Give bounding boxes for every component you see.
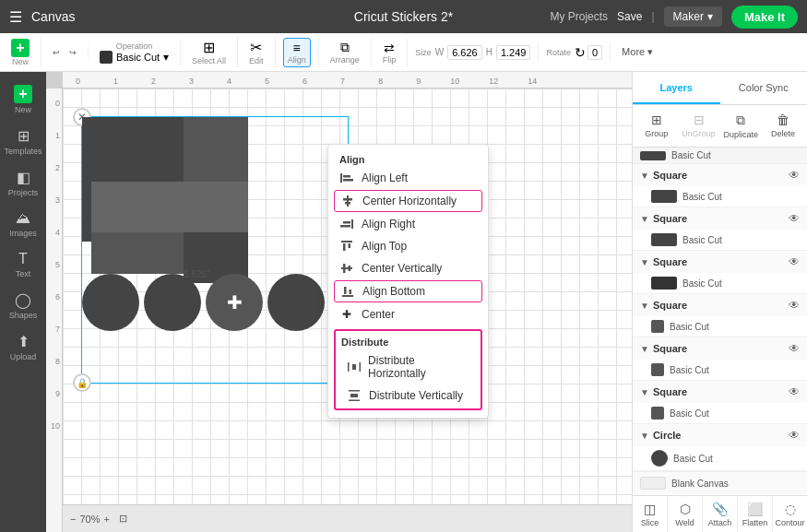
layer-item-3[interactable]: Basic Cut — [633, 273, 807, 293]
eye-icon-2[interactable]: 👁 — [789, 212, 800, 225]
sidebar-item-text[interactable]: T Text — [0, 245, 46, 284]
eye-icon-6[interactable]: 👁 — [789, 385, 800, 398]
flatten-icon: ⬜ — [747, 502, 763, 516]
contour-tab[interactable]: ◌ Contour — [773, 496, 807, 532]
flip-button[interactable]: ⇄ Flip — [379, 39, 400, 66]
sidebar-item-projects[interactable]: ◧ Projects — [0, 163, 46, 203]
shape-circle-1[interactable] — [82, 274, 139, 331]
layer-header-square-5[interactable]: ▼ Square 👁 — [633, 337, 807, 360]
distribute-v-icon — [347, 390, 362, 401]
sidebar-item-shapes[interactable]: ◯ Shapes — [0, 286, 46, 325]
center-h-icon — [340, 195, 355, 207]
contour-icon: ◌ — [785, 502, 796, 516]
save-button[interactable]: Save — [617, 10, 642, 23]
layer-header-square-1[interactable]: ▼ Square 👁 — [633, 164, 807, 186]
edit-button[interactable]: ✂ Edit — [245, 37, 267, 67]
zoom-out-button[interactable]: − — [70, 514, 76, 525]
top-bar: ☰ Canvas Cricut Stickers 2* My Projects … — [0, 0, 807, 33]
layer-name-2: Square — [653, 213, 785, 224]
sidebar-item-upload[interactable]: ⬆ Upload — [0, 327, 46, 367]
layer-item-1[interactable]: Basic Cut — [633, 186, 807, 207]
maker-button[interactable]: Maker ▾ — [664, 6, 722, 27]
shape-rect-3[interactable] — [91, 182, 248, 232]
svg-rect-4 — [343, 198, 352, 201]
width-input[interactable]: 6.626 — [447, 45, 482, 60]
shape-circle-3[interactable]: ✚ — [206, 274, 263, 331]
distribute-h-item[interactable]: Distribute Horizontally — [336, 349, 481, 384]
delete-label: Delete — [771, 129, 795, 138]
menu-icon[interactable]: ☰ — [9, 8, 22, 26]
eye-icon-4[interactable]: 👁 — [789, 299, 800, 312]
lock-icon[interactable]: 🔒 — [73, 373, 91, 392]
align-bottom-icon — [340, 286, 355, 297]
new-button[interactable]: + New — [7, 37, 33, 68]
eye-icon-3[interactable]: 👁 — [789, 255, 800, 268]
fit-button[interactable]: ⊡ — [119, 513, 127, 525]
undo-button[interactable]: ↩ — [49, 46, 64, 59]
arrange-button[interactable]: ⧉ Arrange — [326, 38, 363, 66]
delete-button[interactable]: 🗑 Delete — [763, 109, 803, 143]
rotate-input[interactable]: 0 — [587, 45, 602, 60]
align-bottom-item[interactable]: Align Bottom — [334, 280, 482, 302]
layer-item-circle[interactable]: Basic Cut — [633, 446, 807, 470]
zoom-in-button[interactable]: + — [103, 514, 109, 525]
tab-color-sync[interactable]: Color Sync — [720, 72, 808, 104]
distribute-v-item[interactable]: Distribute Vertically — [336, 384, 481, 407]
center-item[interactable]: ✚ Center — [328, 303, 488, 325]
shape-circle-4[interactable] — [267, 274, 325, 331]
center-horizontally-item[interactable]: Center Horizontally — [334, 190, 482, 212]
center-icon: ✚ — [339, 309, 354, 320]
sidebar-item-new[interactable]: + New — [0, 79, 46, 120]
height-input[interactable]: 1.249 — [496, 45, 531, 60]
center-vertically-item[interactable]: Center Vertically — [328, 257, 488, 279]
layer-header-square-2[interactable]: ▼ Square 👁 — [633, 207, 807, 230]
layer-header-circle[interactable]: ▼ Circle 👁 — [633, 424, 807, 446]
layer-name-circle: Circle — [653, 430, 785, 441]
layer-item-6[interactable]: Basic Cut — [633, 403, 807, 423]
blank-canvas-item[interactable]: Blank Canvas — [633, 471, 807, 494]
eye-icon-circle[interactable]: 👁 — [789, 429, 800, 442]
rotate-label: Rotate — [546, 48, 571, 57]
align-right-item[interactable]: Align Right — [328, 213, 488, 235]
tab-layers[interactable]: Layers — [633, 72, 720, 104]
align-button[interactable]: ≡ Align — [283, 38, 311, 67]
align-right-label: Align Right — [362, 218, 415, 231]
align-section-title: Align — [328, 148, 488, 167]
select-all-button[interactable]: ⊞ Select All — [188, 37, 230, 67]
layer-item-4[interactable]: Basic Cut — [633, 316, 807, 337]
eye-icon-1[interactable]: 👁 — [789, 169, 800, 182]
operation-selector[interactable]: Operation Basic Cut ▾ — [96, 40, 172, 65]
shape-rect-4[interactable] — [91, 232, 184, 274]
operation-group: Operation Basic Cut ▾ — [96, 40, 181, 65]
align-top-item[interactable]: Align Top — [328, 235, 488, 257]
svg-rect-6 — [351, 219, 353, 229]
attach-tab[interactable]: 📎 Attach — [703, 496, 738, 532]
duplicate-button[interactable]: ⧉ Duplicate — [721, 109, 762, 143]
layer-swatch-3 — [651, 277, 677, 290]
group-label: Group — [645, 129, 668, 138]
make-it-button[interactable]: Make It — [731, 6, 798, 29]
ungroup-button[interactable]: ⊟ UnGroup — [679, 109, 719, 143]
sidebar-item-templates[interactable]: ⊞ Templates — [0, 122, 46, 161]
upload-icon: ⬆ — [18, 333, 30, 350]
my-projects-button[interactable]: My Projects — [550, 10, 608, 23]
shape-circle-2[interactable] — [144, 274, 201, 331]
more-button[interactable]: More ▾ — [618, 44, 657, 60]
align-left-item[interactable]: Align Left — [328, 167, 488, 189]
sidebar-item-images[interactable]: ⛰ Images — [0, 205, 46, 243]
layer-header-square-3[interactable]: ▼ Square 👁 — [633, 251, 807, 273]
shape-group[interactable]: ✕ ✚ 6.626" 🔒 ↗ — [81, 116, 349, 384]
layer-swatch-4 — [651, 320, 664, 333]
group-button[interactable]: ⊞ Group — [636, 109, 677, 143]
svg-rect-3 — [347, 195, 349, 207]
eye-icon-5[interactable]: 👁 — [789, 342, 800, 355]
weld-tab[interactable]: ⬡ Weld — [668, 496, 703, 532]
redo-button[interactable]: ↪ — [65, 46, 80, 59]
layer-item-5[interactable]: Basic Cut — [633, 360, 807, 380]
layer-top-item: Basic Cut — [633, 148, 807, 164]
flatten-tab[interactable]: ⬜ Flatten — [738, 496, 773, 532]
layer-header-square-4[interactable]: ▼ Square 👁 — [633, 294, 807, 316]
layer-item-2[interactable]: Basic Cut — [633, 230, 807, 250]
slice-tab[interactable]: ◫ Slice — [633, 496, 668, 532]
layer-header-square-6[interactable]: ▼ Square 👁 — [633, 381, 807, 403]
